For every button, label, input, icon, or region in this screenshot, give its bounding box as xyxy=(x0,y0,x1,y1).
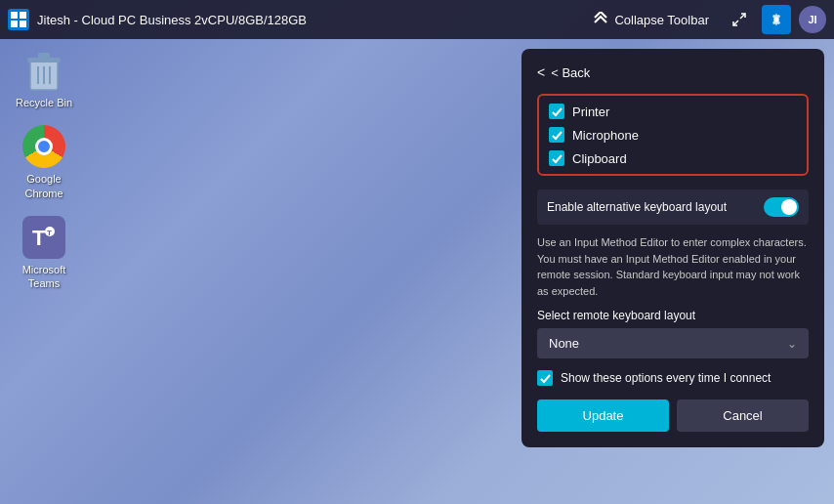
desktop-icons-area: Recycle Bin GoogleChrome T T xyxy=(10,49,78,290)
taskbar-title: Jitesh - Cloud PC Business 2vCPU/8GB/128… xyxy=(37,13,585,27)
svg-text:T: T xyxy=(32,226,46,250)
toggle-row: Enable alternative keyboard layout xyxy=(537,189,809,225)
clipboard-checkbox-item[interactable]: Clipboard xyxy=(549,150,797,166)
microphone-checkbox-item[interactable]: Microphone xyxy=(549,127,797,143)
back-arrow-icon: < xyxy=(537,64,545,80)
printer-check-icon xyxy=(552,106,563,117)
printer-checkbox[interactable] xyxy=(549,104,564,119)
show-options-label: Show these options every time I connect xyxy=(561,371,771,385)
svg-rect-1 xyxy=(20,12,26,19)
windows-logo xyxy=(8,9,29,30)
select-layout-label: Select remote keyboard layout xyxy=(537,309,809,322)
recycle-bin-label: Recycle Bin xyxy=(16,96,72,109)
update-button[interactable]: Update xyxy=(537,399,669,432)
action-buttons: Update Cancel xyxy=(537,399,809,432)
collapse-icon xyxy=(593,12,608,27)
teams-image: T T xyxy=(22,216,65,259)
teams-svg: T T xyxy=(22,216,65,259)
device-options-group: Printer Microphone Clipboard xyxy=(537,94,809,176)
toggle-knob xyxy=(781,199,797,215)
google-chrome-icon[interactable]: GoogleChrome xyxy=(10,125,78,200)
clipboard-label: Clipboard xyxy=(572,151,627,166)
back-button[interactable]: < < Back xyxy=(537,64,809,80)
svg-text:T: T xyxy=(47,229,52,237)
printer-label: Printer xyxy=(572,105,609,119)
show-options-checkbox[interactable] xyxy=(537,370,553,386)
toggle-label: Enable alternative keyboard layout xyxy=(547,200,727,214)
taskbar-icons: JI xyxy=(725,5,826,34)
keyboard-layout-toggle[interactable] xyxy=(764,197,799,217)
clipboard-checkbox[interactable] xyxy=(549,150,564,166)
dropdown-value: None xyxy=(549,336,579,351)
svg-rect-2 xyxy=(11,21,18,27)
clipboard-check-icon xyxy=(552,153,563,164)
chrome-label: GoogleChrome xyxy=(24,172,63,200)
microsoft-teams-icon[interactable]: T T MicrosoftTeams xyxy=(10,216,78,291)
recycle-bin-icon[interactable]: Recycle Bin xyxy=(10,49,78,109)
show-options-check-icon xyxy=(540,373,551,384)
chevron-down-icon: ⌄ xyxy=(787,337,797,351)
keyboard-layout-dropdown[interactable]: None ⌄ xyxy=(537,328,809,358)
microphone-check-icon xyxy=(552,130,563,141)
settings-icon-btn[interactable] xyxy=(762,5,791,34)
chrome-image xyxy=(22,125,65,168)
microphone-label: Microphone xyxy=(572,128,639,143)
user-avatar[interactable]: JI xyxy=(799,6,826,33)
resize-icon-btn[interactable] xyxy=(725,5,754,34)
taskbar: Jitesh - Cloud PC Business 2vCPU/8GB/128… xyxy=(0,0,834,39)
gear-icon xyxy=(769,12,784,27)
svg-rect-3 xyxy=(20,21,26,27)
resize-icon xyxy=(732,13,746,26)
svg-rect-9 xyxy=(38,53,50,59)
back-label: < Back xyxy=(551,65,590,80)
show-options-row[interactable]: Show these options every time I connect xyxy=(537,370,809,386)
svg-rect-0 xyxy=(11,12,18,19)
recycle-bin-image xyxy=(22,49,65,92)
teams-inner-icon: T T xyxy=(30,224,58,251)
keyboard-description: Use an Input Method Editor to enter comp… xyxy=(537,234,809,299)
microphone-checkbox[interactable] xyxy=(549,127,564,143)
printer-checkbox-item[interactable]: Printer xyxy=(549,104,797,119)
desktop: Jitesh - Cloud PC Business 2vCPU/8GB/128… xyxy=(0,0,834,504)
recycle-bin-svg xyxy=(24,49,63,92)
chrome-svg xyxy=(22,125,65,168)
teams-label: MicrosoftTeams xyxy=(22,263,66,291)
chrome-inner xyxy=(35,138,53,155)
collapse-label: Collapse Toolbar xyxy=(614,13,709,27)
settings-panel: < < Back Printer Microphone xyxy=(521,49,824,447)
cancel-button[interactable]: Cancel xyxy=(677,399,809,432)
collapse-toolbar-btn[interactable]: Collapse Toolbar xyxy=(593,12,709,27)
